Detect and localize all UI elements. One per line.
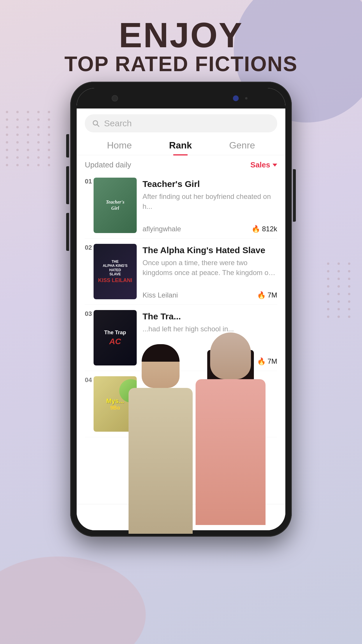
phone-screen: Search Home Rank Genre Updated daily Sal… xyxy=(77,88,285,530)
book-reads-count-2: 7M xyxy=(268,291,277,299)
book-item-4[interactable]: 04 🌴 Mys... 9Bo xyxy=(85,371,277,437)
book-title-1: Teacher's Girl xyxy=(143,179,277,189)
book-info-1: Teacher's Girl After finding out her boy… xyxy=(143,178,277,233)
filter-row: Updated daily Sales xyxy=(77,155,285,172)
front-camera-left xyxy=(112,95,118,102)
book-reads-1: 🔥 812k xyxy=(252,225,277,233)
bg-blob-bottom-left xyxy=(0,556,146,644)
fire-icon-1: 🔥 xyxy=(252,225,260,233)
tab-genre[interactable]: Genre xyxy=(229,140,255,155)
volume-down-button xyxy=(66,213,69,251)
decorative-dots-left xyxy=(6,111,53,166)
book-cover-3: The Trap AC xyxy=(94,310,137,365)
iris-scanner xyxy=(233,95,239,101)
book-cover-4: 🌴 Mys... 9Bo xyxy=(94,376,137,432)
svg-line-1 xyxy=(97,125,99,126)
book-title-2: The Alpha King's Hated Slave xyxy=(143,245,277,256)
bottom-nav: B... xyxy=(77,504,285,530)
book-meta-2: Kiss Leilani 🔥 7M xyxy=(143,291,277,299)
volume-switch-button xyxy=(66,134,69,158)
tab-home[interactable]: Home xyxy=(107,140,132,155)
notch-bar xyxy=(77,88,285,108)
book-author-1: aflyingwhale xyxy=(143,225,181,233)
book-desc-1: After finding out her boyfriend cheated … xyxy=(143,192,277,211)
book-meta-1: aflyingwhale 🔥 812k xyxy=(143,225,277,233)
headline-enjoy: ENJOY xyxy=(0,18,362,52)
book-desc-3: ...had left her high school in... xyxy=(143,324,277,334)
notch-center xyxy=(164,94,198,103)
app-content: Search Home Rank Genre Updated daily Sal… xyxy=(77,108,285,530)
chevron-down-icon xyxy=(273,164,277,167)
book-item-1[interactable]: 01 Teacher'sGirl Teacher's Girl After fi… xyxy=(85,172,277,239)
book-rank-2: 02 xyxy=(85,244,92,251)
book-rank-1: 01 xyxy=(85,178,92,185)
book-rank-3: 03 xyxy=(85,310,92,318)
book-reads-count-3: 7M xyxy=(268,357,277,365)
search-bar[interactable]: Search xyxy=(85,114,277,132)
bottom-nav-item[interactable]: B... xyxy=(176,512,186,520)
phone-frame: Search Home Rank Genre Updated daily Sal… xyxy=(70,82,292,537)
book-reads-2: 🔥 7M xyxy=(257,291,277,299)
nav-tabs: Home Rank Genre xyxy=(77,135,285,155)
phone-mockup: Search Home Rank Genre Updated daily Sal… xyxy=(70,82,292,537)
search-bar-wrap: Search xyxy=(77,108,285,135)
fire-icon-3: 🔥 xyxy=(257,357,266,365)
book-item-3[interactable]: 03 The Trap AC The Tra... ...had left he… xyxy=(85,305,277,371)
headline-sub: TOP RATED FICTIONS xyxy=(0,52,362,76)
book-author-2: Kiss Leilani xyxy=(143,291,178,299)
book-item-2[interactable]: 02 THEALPHA KING'SHATEDSLAVE KISS LEILAN… xyxy=(85,239,277,305)
fire-icon-2: 🔥 xyxy=(257,291,266,299)
book-cover-image-3: The Trap AC xyxy=(94,310,137,365)
sales-sort-label: Sales xyxy=(250,160,270,169)
book-list: 01 Teacher'sGirl Teacher's Girl After fi… xyxy=(77,172,285,437)
book-reads-3: 🔥 7M xyxy=(257,357,277,365)
sales-sort-button[interactable]: Sales xyxy=(250,160,277,169)
book-desc-2: Once upon a time, there were two kingdom… xyxy=(143,258,277,277)
tab-rank[interactable]: Rank xyxy=(169,140,192,155)
book-info-2: The Alpha King's Hated Slave Once upon a… xyxy=(143,244,277,299)
decorative-dots-right xyxy=(327,262,353,318)
book-cover-image-4: 🌴 Mys... 9Bo xyxy=(94,376,137,432)
search-placeholder: Search xyxy=(104,118,132,128)
book-cover-image-2: THEALPHA KING'SHATEDSLAVE KISS LEILANI xyxy=(94,244,137,299)
book-cover-2: THEALPHA KING'SHATEDSLAVE KISS LEILANI xyxy=(94,244,137,299)
book-meta-3: 🔥 7M xyxy=(143,357,277,365)
book-cover-1: Teacher'sGirl xyxy=(94,178,137,233)
book-reads-count-1: 812k xyxy=(262,225,277,233)
book-info-4 xyxy=(143,376,277,432)
proximity-sensor xyxy=(245,97,247,99)
book-cover-image-1: Teacher'sGirl xyxy=(94,178,137,233)
book-info-3: The Tra... ...had left her high school i… xyxy=(143,310,277,365)
power-button xyxy=(293,169,296,222)
updated-text: Updated daily xyxy=(85,160,131,169)
book-rank-4: 04 xyxy=(85,376,92,384)
volume-up-button xyxy=(66,166,69,204)
search-icon xyxy=(92,119,100,127)
book-title-3: The Tra... xyxy=(143,311,277,322)
headline-section: ENJOY TOP RATED FICTIONS xyxy=(0,18,362,76)
